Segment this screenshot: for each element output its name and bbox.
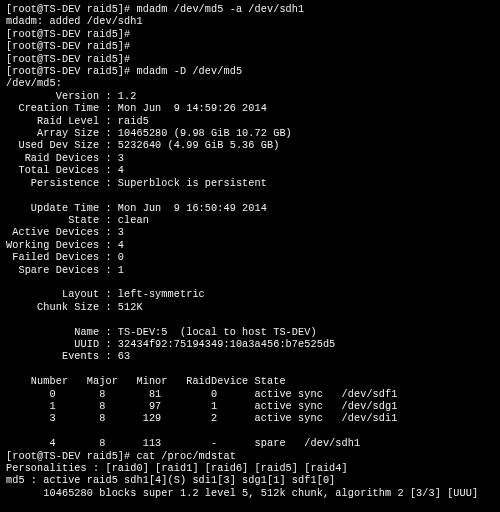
terminal-text: [root@TS-DEV raid5]# mdadm /dev/md5 -a /…: [6, 4, 478, 512]
terminal-output[interactable]: [root@TS-DEV raid5]# mdadm /dev/md5 -a /…: [0, 0, 500, 512]
